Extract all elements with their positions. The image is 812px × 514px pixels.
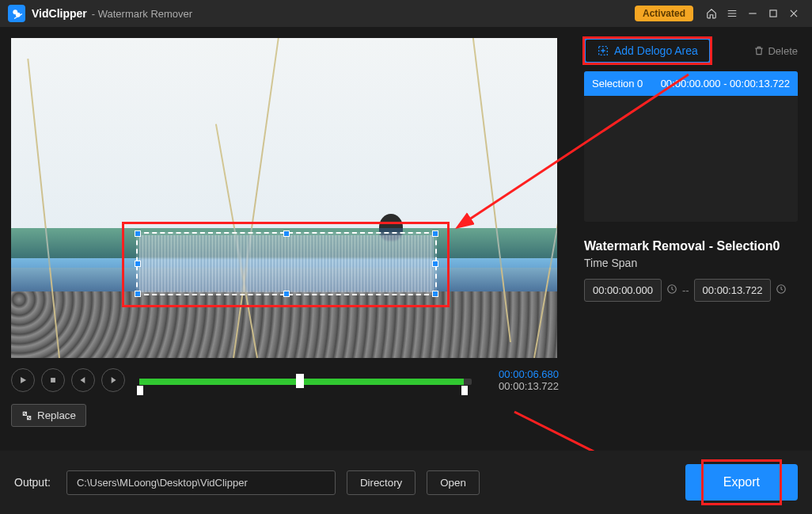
output-path-field[interactable]: C:\Users\MLoong\Desktop\VidClipper <box>66 470 336 495</box>
selection-list: Selection 0 00:00:00.000 - 00:00:13.722 <box>584 71 798 222</box>
delogo-selection-box[interactable] <box>136 232 437 295</box>
add-delogo-area-button[interactable]: Add Delogo Area <box>584 38 711 63</box>
timeline[interactable] <box>139 368 472 392</box>
minimize-icon[interactable] <box>742 3 763 24</box>
selection-span: 00:00:00.000 - 00:00:13.722 <box>661 78 790 89</box>
bottom-bar: Output: C:\Users\MLoong\Desktop\VidClipp… <box>0 451 812 514</box>
app-name: VidClipper <box>32 7 87 20</box>
play-button[interactable] <box>11 368 35 392</box>
preview-pane: 00:00:06.680 00:00:13.722 Replace <box>0 27 570 451</box>
app-logo-icon <box>8 5 25 22</box>
svg-rect-3 <box>770 10 776 17</box>
transport-controls: 00:00:06.680 00:00:13.722 <box>11 364 559 396</box>
title-bar: VidClipper - Watermark Remover Activated <box>0 0 812 27</box>
timespan-row: 00:00:00.000 -- 00:00:13.722 <box>584 279 798 302</box>
current-time: 00:00:06.680 <box>480 368 559 380</box>
section-sub: Time Span <box>584 257 798 269</box>
export-button[interactable]: Export <box>685 464 798 501</box>
menu-icon[interactable] <box>722 3 742 24</box>
home-icon[interactable] <box>701 3 722 24</box>
set-end-icon[interactable] <box>776 284 787 297</box>
timeline-playhead[interactable] <box>296 374 304 388</box>
activated-badge[interactable]: Activated <box>635 6 693 21</box>
directory-button[interactable]: Directory <box>347 470 415 495</box>
time-start-input[interactable]: 00:00:00.000 <box>584 279 662 302</box>
side-panel: Add Delogo Area Delete Selection 0 00:00… <box>570 27 812 451</box>
replace-button[interactable]: Replace <box>11 404 86 427</box>
open-button[interactable]: Open <box>427 470 480 495</box>
main-area: 00:00:06.680 00:00:13.722 Replace Add De… <box>0 27 812 451</box>
total-time: 00:00:13.722 <box>480 380 559 392</box>
app-mode: - Watermark Remover <box>92 8 192 20</box>
video-stage[interactable] <box>11 38 557 358</box>
stop-button[interactable] <box>41 368 65 392</box>
svg-rect-4 <box>51 378 55 383</box>
selection-name: Selection 0 <box>592 78 643 89</box>
next-frame-button[interactable] <box>101 368 125 392</box>
replace-label: Replace <box>37 409 76 421</box>
time-display: 00:00:06.680 00:00:13.722 <box>480 368 559 392</box>
output-label: Output: <box>14 476 51 489</box>
add-delogo-label: Add Delogo Area <box>614 44 698 57</box>
prev-frame-button[interactable] <box>71 368 95 392</box>
close-icon[interactable] <box>784 3 804 24</box>
section-title: Watermark Removal - Selection0 <box>584 239 798 253</box>
selection-row[interactable]: Selection 0 00:00:00.000 - 00:00:13.722 <box>584 71 798 96</box>
delete-button[interactable]: Delete <box>753 45 798 57</box>
delete-label: Delete <box>768 45 798 57</box>
set-start-icon[interactable] <box>666 284 677 297</box>
maximize-icon[interactable] <box>763 3 784 24</box>
time-end-input[interactable]: 00:00:13.722 <box>694 279 772 302</box>
